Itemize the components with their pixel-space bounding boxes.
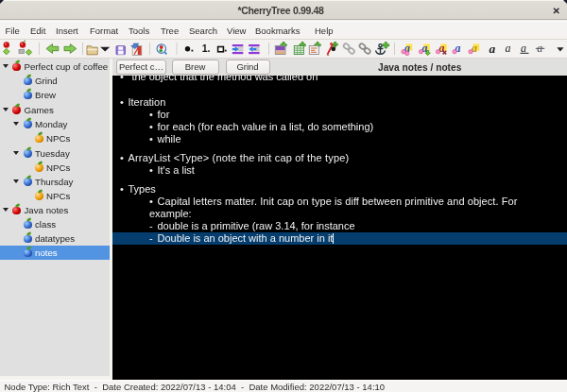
svg-text:a: a bbox=[521, 42, 526, 55]
svg-text:a: a bbox=[506, 42, 511, 55]
svg-text:a: a bbox=[537, 42, 542, 55]
svg-text:a: a bbox=[490, 42, 496, 56]
svg-text:1.: 1. bbox=[202, 43, 211, 54]
